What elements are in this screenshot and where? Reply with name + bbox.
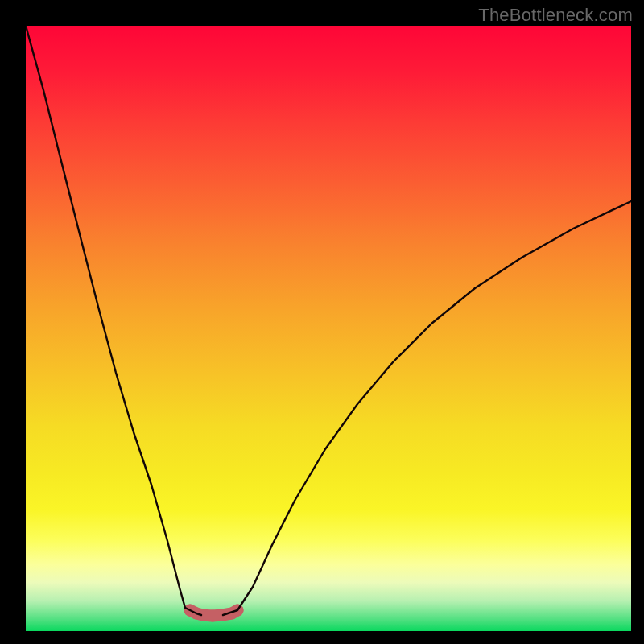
chart-container: TheBottleneck.com [0,0,644,644]
curve-left-branch [26,26,201,615]
floor-dots [184,605,244,622]
plot-area [26,26,631,631]
watermark-text: TheBottleneck.com [478,5,633,26]
curve-layer [26,26,631,631]
curve-paths [26,26,631,615]
curve-right-branch [223,201,631,615]
